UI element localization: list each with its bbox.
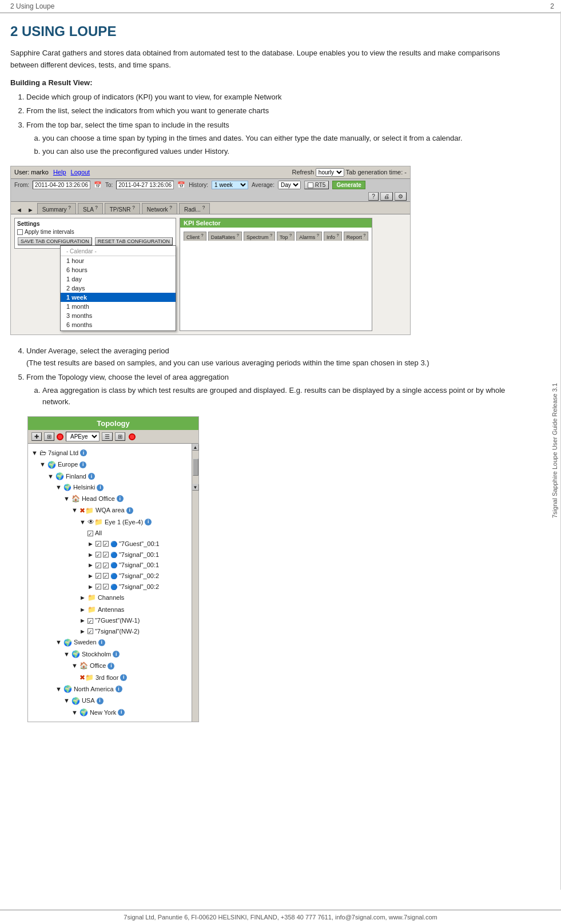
tree-3rd-floor[interactable]: ✖📁 3rd floor i: [31, 672, 188, 683]
kpi-tab-client[interactable]: Client ?: [184, 232, 206, 241]
average-label: Average:: [252, 182, 274, 188]
step-3-sub: you can choose a time span by typing in …: [42, 133, 530, 158]
tree-channels[interactable]: ► 📁 Channels: [31, 592, 188, 603]
dropdown-1week[interactable]: 1 week: [61, 293, 176, 302]
cal-icon-to[interactable]: 📅: [177, 181, 185, 189]
to-value[interactable]: 2011-04-27 13:26:06: [116, 181, 174, 189]
topo-cross-btn[interactable]: ✚: [31, 432, 42, 441]
tree-7signal-002a[interactable]: ► 🔵 "7signal"_00:2: [31, 571, 188, 582]
settings-icon-btn[interactable]: ⚙: [395, 192, 407, 201]
tree-all[interactable]: All: [31, 528, 188, 539]
save-tab-btn[interactable]: SAVE TAB CONFIGURATION: [18, 237, 92, 245]
tree-head-office[interactable]: ▼ 🏠 Head Office i: [31, 493, 188, 504]
tree-7signal-ltd[interactable]: ▼ 🗁 7signal Ltd i: [31, 447, 188, 459]
dropdown-1hour[interactable]: 1 hour: [61, 256, 176, 265]
tab-radio[interactable]: Radi... ?: [179, 203, 210, 214]
topo-grid-btn[interactable]: ⊞: [44, 432, 54, 441]
generate-button[interactable]: Generate: [332, 181, 365, 189]
kpi-panel: KPI Selector Client ? DataRates ? Spectr…: [180, 218, 372, 331]
topo-list-btn[interactable]: ☰: [102, 432, 113, 441]
topo-dropdown[interactable]: APEye: [66, 432, 100, 441]
dropdown-1month[interactable]: 1 month: [61, 302, 176, 311]
topo-red-btn[interactable]: [57, 433, 63, 440]
from-label: From:: [14, 182, 29, 188]
tree-wqa-area[interactable]: ▼ ✖📁 WQA area i: [31, 505, 188, 516]
tree-7signal-001b[interactable]: ► 🔵 "7signal"_00:1: [31, 560, 188, 571]
tab-tpsnr[interactable]: TP/SNR ?: [105, 203, 140, 214]
step-5: From the Topology view, choose the level…: [26, 372, 530, 408]
dropdown-3months[interactable]: 3 months: [61, 311, 176, 320]
reset-tab-btn[interactable]: RESET TAB CONFIGURATION: [95, 237, 173, 245]
tree-europe[interactable]: ▼ 🌍 Europe i: [31, 459, 188, 471]
left-panel: Settings Apply time intervals SAVE TAB C…: [14, 218, 176, 331]
tree-7signal-nw2[interactable]: ► "7signal"(NW-2): [31, 626, 188, 637]
step-4: Under Average, select the averaging peri…: [26, 345, 530, 369]
kpi-tab-info[interactable]: Info ?: [324, 232, 342, 241]
topo-expand-btn[interactable]: ⊞: [115, 432, 125, 441]
step-2: From the list, select the indicators fro…: [26, 105, 530, 117]
topo-red-btn2[interactable]: [129, 433, 136, 440]
screen-topbar: From: 2011-04-20 13:26:06 📅 To: 2011-04-…: [11, 179, 410, 202]
nav-forward[interactable]: ►: [26, 206, 35, 214]
apply-time-checkbox[interactable]: [17, 229, 23, 235]
tree-office[interactable]: ▼ 🏠 Office i: [31, 660, 188, 671]
tree-7guest-001[interactable]: ► 🔵 "7Guest"_00:1: [31, 539, 188, 549]
tree-sweden[interactable]: ▼ 🌍 Sweden i: [31, 637, 188, 648]
step-3a: you can choose a time span by typing in …: [42, 133, 530, 145]
header-right: 2: [550, 2, 554, 10]
tree-7signal-002b[interactable]: ► 🔵 "7signal"_00:2: [31, 582, 188, 592]
kpi-tab-report[interactable]: Report ?: [344, 232, 369, 241]
tree-helsinki[interactable]: ▼ 🌍 Helsinki i: [31, 482, 188, 493]
dropdown-6months[interactable]: 6 months: [61, 320, 176, 329]
kpi-title: KPI Selector: [180, 218, 372, 228]
nav-back[interactable]: ◄: [14, 206, 24, 214]
page-header: 2 Using Loupe 2: [0, 0, 561, 13]
step-3: From the top bar, select the time span t…: [26, 120, 530, 157]
topology-title: Topology: [28, 417, 198, 430]
from-value[interactable]: 2011-04-20 13:26:06: [33, 181, 90, 189]
intro-paragraph: Sapphire Carat gathers and stores data o…: [10, 47, 530, 71]
tree-new-york[interactable]: ▼ 🌍 New York i: [31, 707, 188, 718]
tab-summary[interactable]: Summary ?: [37, 203, 76, 214]
tree-stockholm[interactable]: ▼ 🌍 Stockholm i: [31, 648, 188, 660]
kpi-tab-spectrum[interactable]: Spectrum ?: [244, 232, 275, 241]
screen-toolbar-1: User: marko Help Logout Refresh hourly T…: [11, 166, 410, 179]
scroll-thumb[interactable]: [193, 459, 198, 476]
tree-north-america[interactable]: ▼ 🌍 North America i: [31, 683, 188, 695]
kpi-tab-datarates[interactable]: DataRates ?: [208, 232, 242, 241]
help-icon-btn[interactable]: ?: [368, 192, 379, 201]
steps-4-5: Under Average, select the averaging peri…: [26, 345, 530, 408]
history-select[interactable]: 1 week 1 hour 6 hours 1 day 2 days 1 mon…: [212, 181, 248, 189]
step-5a: Area aggregation is class by which test …: [42, 385, 530, 409]
dropdown-2days[interactable]: 2 days: [61, 284, 176, 293]
tree-antennas[interactable]: ► 📁 Antennas: [31, 604, 188, 615]
scroll-up[interactable]: ▲: [192, 444, 199, 451]
average-select[interactable]: Day: [278, 181, 301, 189]
scroll-down[interactable]: ▼: [192, 484, 199, 491]
kpi-tab-alarms[interactable]: Alarms ?: [296, 232, 322, 241]
logout-link[interactable]: Logout: [71, 169, 90, 176]
tree-eye1[interactable]: ▼ 👁📁 Eye 1 (Eye-4) i: [31, 516, 188, 528]
tab-network[interactable]: Network ?: [142, 203, 177, 214]
tree-7guest-nw1[interactable]: ► "7Guest"(NW-1): [31, 615, 188, 626]
tree-finland[interactable]: ▼ 🌍 Finland i: [31, 471, 188, 482]
refresh-select[interactable]: hourly: [316, 168, 344, 177]
cal-icon-from[interactable]: 📅: [94, 181, 102, 189]
tree-usa[interactable]: ▼ 🌍 USA i: [31, 695, 188, 707]
help-link[interactable]: Help: [53, 169, 66, 176]
dropdown-6hours[interactable]: 6 hours: [61, 265, 176, 274]
kpi-tab-top[interactable]: Top ?: [277, 232, 295, 241]
print-icon-btn[interactable]: 🖨: [380, 192, 393, 201]
icon-buttons: ? 🖨 ⚙: [368, 193, 407, 200]
page-footer: 7signal Ltd, Panuntie 6, FI-00620 HELSIN…: [0, 910, 561, 924]
tab-sla[interactable]: SLA ?: [78, 203, 103, 214]
screenshot-1: User: marko Help Logout Refresh hourly T…: [10, 166, 411, 336]
scrollbar[interactable]: ▲ ▼: [192, 444, 198, 722]
side-text: 7signal Sapphire Loupe User Guide Releas…: [548, 11, 561, 890]
rt5-checkbox[interactable]: RT5: [304, 181, 329, 189]
kpi-tabs-row: Client ? DataRates ? Spectrum ? Top ? Al…: [184, 230, 368, 242]
tree-7signal-001a[interactable]: ► 🔵 "7signal"_00:1: [31, 549, 188, 560]
dropdown-1day[interactable]: 1 day: [61, 274, 176, 284]
settings-buttons: SAVE TAB CONFIGURATION RESET TAB CONFIGU…: [17, 237, 173, 246]
history-label: History:: [189, 182, 208, 188]
